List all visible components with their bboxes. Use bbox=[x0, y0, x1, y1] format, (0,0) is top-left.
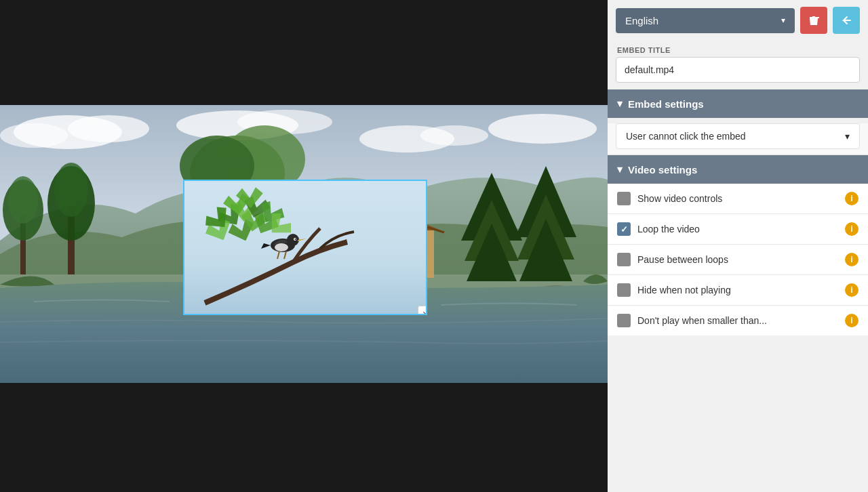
toggle-row-show-video-controls: Show video controlsi bbox=[608, 184, 868, 214]
toggle-row-pause-between-loops: Pause between loopsi bbox=[608, 245, 868, 275]
toggle-row-dont-play-when-smaller: Don't play when smaller than...i bbox=[608, 306, 868, 335]
embed-title-input[interactable]: default.mp4 bbox=[616, 57, 860, 83]
click-behavior-label: User cannot click the embed bbox=[626, 131, 746, 142]
info-icon-hide-when-not-playing[interactable]: i bbox=[845, 283, 859, 297]
checkbox-hide-when-not-playing[interactable] bbox=[617, 283, 631, 297]
video-settings-content: Show video controlsiLoop the videoiPause… bbox=[608, 184, 868, 335]
svg-point-7 bbox=[420, 125, 488, 146]
dark-top-bar bbox=[0, 0, 608, 105]
label-loop-the-video: Loop the video bbox=[637, 224, 838, 234]
label-hide-when-not-playing: Hide when not playing bbox=[637, 285, 838, 295]
click-behavior-chevron: ▾ bbox=[845, 131, 850, 142]
video-settings-label: Video settings bbox=[628, 164, 697, 176]
dark-bottom-bar bbox=[0, 383, 608, 492]
chevron-down-icon: ▾ bbox=[781, 16, 785, 25]
video-settings-chevron: ▾ bbox=[617, 163, 623, 176]
video-settings-section: ▾ Video settings Show video controlsiLoo… bbox=[608, 155, 868, 335]
back-button[interactable] bbox=[833, 7, 860, 34]
checkbox-pause-between-loops[interactable] bbox=[617, 253, 631, 266]
svg-point-31 bbox=[287, 234, 299, 246]
toolbar: English ▾ bbox=[608, 0, 868, 41]
info-icon-show-video-controls[interactable]: i bbox=[845, 192, 859, 205]
embed-settings-header[interactable]: ▾ Embed settings bbox=[608, 89, 868, 118]
svg-point-18 bbox=[54, 163, 88, 217]
delete-button[interactable] bbox=[800, 7, 827, 34]
svg-point-15 bbox=[8, 176, 38, 224]
right-panel: English ▾ EMBED TITLE default.mp4 ▾ Embe… bbox=[608, 0, 868, 492]
preview-area: ↘ bbox=[0, 0, 608, 492]
svg-point-8 bbox=[488, 114, 597, 144]
embed-title-section: EMBED TITLE default.mp4 bbox=[608, 41, 868, 89]
label-dont-play-when-smaller: Don't play when smaller than... bbox=[637, 315, 838, 326]
info-icon-dont-play-when-smaller[interactable]: i bbox=[845, 314, 859, 327]
video-settings-header[interactable]: ▾ Video settings bbox=[608, 155, 868, 184]
checkbox-show-video-controls[interactable] bbox=[617, 192, 631, 205]
embed-title-label: EMBED TITLE bbox=[608, 41, 868, 57]
embed-settings-chevron: ▾ bbox=[617, 98, 623, 110]
arrow-left-icon bbox=[840, 14, 852, 26]
svg-point-3 bbox=[0, 123, 68, 148]
embed-settings-content: User cannot click the embed ▾ bbox=[608, 123, 868, 155]
resize-handle[interactable]: ↘ bbox=[418, 306, 427, 315]
svg-point-34 bbox=[295, 239, 296, 240]
embed-settings-label: Embed settings bbox=[628, 98, 704, 110]
language-label: English bbox=[625, 15, 658, 26]
checkbox-dont-play-when-smaller[interactable] bbox=[617, 314, 631, 327]
svg-point-2 bbox=[68, 115, 149, 142]
checkbox-loop-the-video[interactable] bbox=[617, 222, 631, 236]
trash-icon bbox=[808, 14, 820, 26]
click-behavior-dropdown[interactable]: User cannot click the embed ▾ bbox=[616, 123, 860, 149]
language-dropdown[interactable]: English ▾ bbox=[616, 8, 795, 33]
info-icon-loop-the-video[interactable]: i bbox=[845, 222, 859, 236]
info-icon-pause-between-loops[interactable]: i bbox=[845, 253, 859, 266]
svg-point-32 bbox=[275, 243, 288, 251]
toggle-row-hide-when-not-playing: Hide when not playingi bbox=[608, 275, 868, 306]
label-pause-between-loops: Pause between loops bbox=[637, 254, 838, 265]
toggle-row-loop-the-video: Loop the videoi bbox=[608, 214, 868, 245]
label-show-video-controls: Show video controls bbox=[637, 193, 838, 204]
video-embed-frame[interactable]: ↘ bbox=[183, 180, 427, 315]
embed-settings-section: ▾ Embed settings User cannot click the e… bbox=[608, 89, 868, 155]
